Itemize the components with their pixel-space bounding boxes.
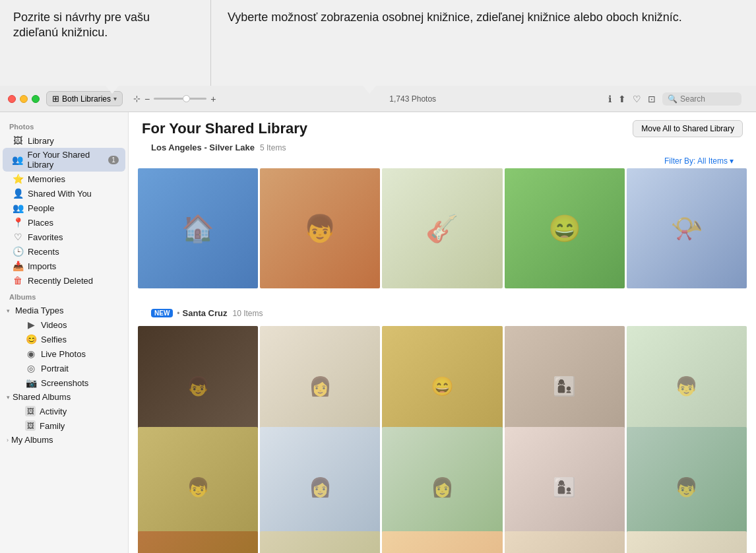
media-types-toggle[interactable]: ▾ Media Types: [0, 304, 128, 317]
sidebar-label-activity: Activity: [40, 407, 67, 416]
my-albums-arrow: ›: [7, 437, 9, 443]
tooltip-right: Vyberte možnosť zobrazenia osobnej knižn…: [211, 0, 756, 86]
sidebar-label-recently-deleted: Recently Deleted: [28, 276, 93, 286]
sidebar-item-activity[interactable]: 🖼 Activity: [3, 404, 125, 418]
shared-albums-label: Shared Albums: [13, 392, 71, 402]
family-icon: 🖼: [25, 420, 36, 431]
sidebar: Photos 🖼 Library 👥 For Your Shared Libra…: [0, 112, 129, 553]
move-all-button[interactable]: Move All to Shared Library: [633, 120, 743, 137]
section-2-name: Santa Cruz: [183, 308, 228, 318]
photo-count: 1,743 Photos: [222, 94, 603, 104]
section-1-count: 5 Items: [260, 143, 286, 152]
imports-icon: 📥: [12, 261, 24, 271]
library-selector-icon: ⊞: [52, 94, 59, 104]
recents-icon: 🕒: [12, 246, 24, 257]
shared-albums-arrow: ▾: [7, 394, 10, 401]
sidebar-label-shared-with-you: Shared With You: [28, 189, 92, 199]
live-photos-icon: ◉: [25, 348, 37, 359]
shared-library-badge: 1: [108, 156, 119, 164]
sidebar-item-videos[interactable]: ▶ Videos: [3, 317, 125, 332]
app-window: ⊞ Both Libraries ▾ ⊹ − + 1,743 Photos ℹ …: [0, 86, 756, 553]
filter-row: Filter By: All Items ▾: [138, 156, 747, 168]
sidebar-label-screenshots: Screenshots: [41, 378, 88, 388]
sidebar-item-selfies[interactable]: 😊 Selfies: [3, 332, 125, 346]
photo-item[interactable]: 🌷: [627, 531, 747, 553]
sidebar-item-places[interactable]: 📍 Places: [3, 215, 125, 230]
albums-section-label: Albums: [0, 288, 128, 304]
photo-item[interactable]: 👩: [260, 427, 380, 547]
sidebar-item-memories[interactable]: ⭐ Memories: [3, 172, 125, 186]
media-types-label: Media Types: [15, 306, 63, 315]
sidebar-item-recently-deleted[interactable]: 🗑 Recently Deleted: [3, 273, 125, 288]
tooltip-left: Pozrite si návrhy pre vašu zdieľanú kniž…: [0, 0, 211, 86]
shared-with-you-icon: 👤: [12, 188, 24, 199]
portrait-icon: ◎: [25, 363, 37, 374]
photo-item[interactable]: 👩: [505, 531, 625, 553]
photo-item[interactable]: 🍪: [260, 531, 380, 553]
sidebar-item-favorites[interactable]: ♡ Favorites: [3, 230, 125, 244]
heart-icon[interactable]: ♡: [633, 94, 641, 104]
sidebar-label-recents: Recents: [28, 247, 59, 257]
filter-button[interactable]: Filter By: All Items ▾: [664, 156, 734, 166]
photo-item[interactable]: 📯: [627, 168, 747, 288]
sidebar-item-shared-library[interactable]: 👥 For Your Shared Library 1: [3, 148, 125, 172]
fullscreen-button[interactable]: [32, 95, 40, 103]
people-icon: 👥: [12, 203, 24, 213]
media-types-arrow: ▾: [7, 308, 10, 314]
zoom-slider[interactable]: [154, 98, 206, 100]
sidebar-item-people[interactable]: 👥 People: [3, 201, 125, 215]
page-title: For Your Shared Library: [142, 120, 307, 137]
sidebar-label-videos: Videos: [41, 320, 67, 330]
close-button[interactable]: [8, 95, 16, 103]
bullet: •: [177, 309, 179, 318]
info-icon[interactable]: ℹ: [608, 94, 612, 104]
photo-item[interactable]: 😝: [382, 531, 502, 553]
sidebar-label-imports: Imports: [28, 261, 56, 271]
sidebar-item-recents[interactable]: 🕒 Recents: [3, 244, 125, 259]
trash-icon[interactable]: ⊡: [648, 94, 656, 104]
photo-item[interactable]: 👩‍👦: [505, 427, 625, 547]
tooltip-overlay: Pozrite si návrhy pre vašu zdieľanú kniž…: [0, 0, 756, 86]
sidebar-label-people: People: [28, 203, 54, 213]
search-input[interactable]: [680, 94, 740, 104]
sidebar-label-selfies: Selfies: [41, 335, 67, 344]
sidebar-label-places: Places: [28, 218, 53, 228]
sidebar-item-live-photos[interactable]: ◉ Live Photos: [3, 346, 125, 361]
minimize-button[interactable]: [20, 95, 28, 103]
videos-icon: ▶: [25, 319, 37, 330]
photo-item[interactable]: 👦: [260, 168, 380, 288]
photo-item[interactable]: 👦: [627, 427, 747, 547]
search-box[interactable]: 🔍: [662, 92, 741, 106]
sidebar-label-shared-library: For Your Shared Library: [28, 150, 116, 170]
photo-item[interactable]: 🎸: [382, 168, 502, 288]
section-2-grid-bottom: 👦 🍪 😝 👩 🌷: [138, 531, 747, 553]
shared-albums-toggle[interactable]: ▾ Shared Albums: [0, 390, 128, 404]
chevron-down-icon: ▾: [113, 95, 117, 102]
my-albums-toggle[interactable]: › My Albums: [0, 433, 128, 447]
sidebar-label-live-photos: Live Photos: [41, 349, 86, 359]
photo-item[interactable]: 👦: [138, 531, 258, 553]
activity-icon: 🖼: [25, 406, 36, 416]
new-badge: NEW: [151, 309, 173, 317]
section-1-grid: 🏠 👦 🎸 😄 📯: [138, 168, 747, 294]
sidebar-item-family[interactable]: 🖼 Family: [3, 418, 125, 433]
shared-library-icon: 👥: [12, 154, 24, 165]
sidebar-item-shared-with-you[interactable]: 👤 Shared With You: [3, 186, 125, 201]
photo-item[interactable]: 👦: [138, 427, 258, 547]
zoom-in-button[interactable]: +: [209, 94, 217, 104]
sidebar-item-portrait[interactable]: ◎ Portrait: [3, 361, 125, 375]
sidebar-item-library[interactable]: 🖼 Library: [3, 133, 125, 148]
zoom-controls: ⊹ − +: [133, 94, 217, 104]
rotate-icon: ⊹: [133, 94, 141, 104]
places-icon: 📍: [12, 217, 24, 228]
traffic-lights: [8, 95, 40, 103]
sidebar-item-screenshots[interactable]: 📷 Screenshots: [3, 375, 125, 390]
photo-item[interactable]: 🏠: [138, 168, 258, 288]
share-icon[interactable]: ⬆: [618, 94, 626, 104]
photo-item[interactable]: 😄: [505, 168, 625, 288]
photo-item[interactable]: 👩: [382, 427, 502, 547]
sidebar-item-imports[interactable]: 📥 Imports: [3, 259, 125, 273]
recently-deleted-icon: 🗑: [12, 275, 24, 286]
photos-scroll[interactable]: Los Angeles - Silver Lake 5 Items Filter…: [129, 141, 756, 553]
zoom-out-button[interactable]: −: [143, 94, 151, 104]
